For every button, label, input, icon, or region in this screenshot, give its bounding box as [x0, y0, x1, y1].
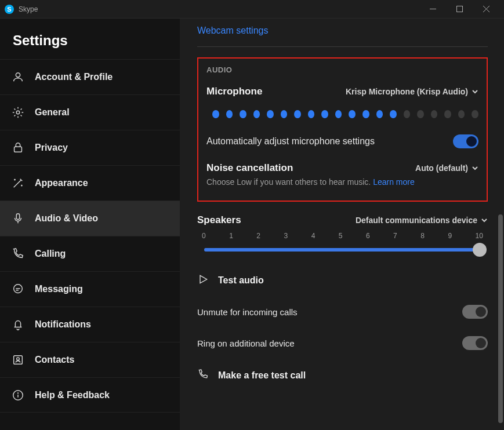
tick-label: 1 [229, 232, 233, 240]
speakers-label: Speakers [197, 214, 241, 226]
tick-label: 8 [420, 232, 425, 240]
level-dot [431, 110, 438, 118]
level-dot [404, 110, 411, 118]
microphone-icon [12, 212, 24, 225]
sidebar-item-label: Help & Feedback [35, 390, 110, 400]
lock-icon [12, 141, 24, 154]
webcam-settings-link[interactable]: Webcam settings [197, 25, 268, 35]
window-title: Skype [19, 5, 419, 13]
tick-label: 7 [393, 232, 397, 240]
level-dot [362, 110, 369, 118]
ring-row: Ring on additional device [197, 336, 488, 350]
auto-adjust-label: Automatically adjust microphone settings [206, 136, 375, 147]
chevron-down-icon [472, 165, 478, 172]
sidebar-item-label: Messaging [35, 284, 83, 294]
speakers-device-value: Default communications device [356, 216, 477, 225]
speakers-device-selector[interactable]: Default communications device [356, 216, 488, 225]
skype-logo-icon: S [5, 5, 14, 14]
audio-section-label: AUDIO [206, 65, 478, 74]
auto-adjust-toggle[interactable] [453, 134, 478, 148]
wand-icon [12, 177, 24, 190]
chevron-down-icon [472, 88, 478, 95]
unmute-label: Unmute for incoming calls [197, 307, 298, 317]
microphone-device-selector[interactable]: Krisp Microphone (Krisp Audio) [346, 87, 478, 96]
divider [197, 46, 488, 47]
test-audio-button[interactable]: Test audio [197, 274, 488, 287]
speakers-row: Speakers Default communications device [197, 214, 488, 226]
svg-rect-1 [456, 6, 462, 12]
test-call-button[interactable]: Make a free test call [197, 369, 488, 382]
level-dot [281, 110, 288, 118]
unmute-toggle[interactable] [462, 305, 488, 319]
sidebar-item-audio-video[interactable]: Audio & Video [0, 201, 180, 236]
maximize-button[interactable] [446, 0, 473, 19]
minimize-button[interactable] [419, 0, 446, 19]
bell-icon [12, 318, 24, 331]
auto-adjust-row: Automatically adjust microphone settings [206, 134, 478, 148]
close-button[interactable] [473, 0, 499, 19]
level-dot [240, 110, 246, 118]
level-dot [226, 110, 233, 118]
tick-label: 3 [284, 232, 288, 240]
sidebar-item-general[interactable]: General [0, 94, 180, 130]
sidebar-item-notifications[interactable]: Notifications [0, 307, 180, 342]
level-dot [308, 110, 315, 118]
level-dot [253, 110, 260, 118]
svg-marker-14 [200, 275, 207, 283]
noise-cancellation-row: Noise cancellation Auto (default) [206, 162, 478, 174]
tick-label: 5 [339, 232, 343, 240]
microphone-label: Microphone [206, 86, 262, 97]
sidebar-item-label: Account & Profile [35, 72, 113, 82]
sidebar-item-privacy[interactable]: Privacy [0, 130, 180, 165]
chevron-down-icon [481, 217, 488, 224]
svg-point-4 [16, 73, 20, 77]
level-dot [444, 110, 451, 118]
sidebar-item-label: Appearance [35, 178, 88, 188]
sidebar-item-account[interactable]: Account & Profile [0, 59, 180, 94]
level-dot [212, 110, 219, 118]
svg-rect-6 [14, 147, 22, 152]
scrollbar[interactable] [498, 214, 503, 423]
audio-highlight-box: AUDIO Microphone Krisp Microphone (Krisp… [197, 57, 488, 202]
level-dot [335, 110, 342, 118]
ring-toggle[interactable] [462, 336, 488, 350]
level-dot [458, 110, 465, 118]
chat-icon [12, 283, 24, 296]
tick-label: 2 [256, 232, 260, 240]
noise-cancellation-selector[interactable]: Auto (default) [415, 163, 478, 173]
level-dot [390, 110, 397, 118]
noise-cancellation-label: Noise cancellation [206, 162, 293, 174]
level-dot [376, 110, 383, 118]
tick-label: 9 [448, 232, 452, 240]
sidebar-item-label: Calling [35, 249, 66, 259]
phone-icon [12, 247, 24, 260]
sidebar-item-label: Privacy [35, 143, 68, 153]
play-icon [197, 274, 209, 287]
level-dot [349, 110, 356, 118]
slider-ticks: 012345678910 [197, 232, 488, 240]
slider-thumb[interactable] [473, 243, 487, 257]
sidebar-item-help[interactable]: Help & Feedback [0, 377, 180, 413]
level-dot [472, 110, 478, 118]
tick-label: 10 [476, 232, 483, 240]
svg-point-5 [16, 111, 20, 114]
learn-more-link[interactable]: Learn more [373, 177, 415, 187]
noise-cancellation-hint: Choose Low if you want others to hear mu… [206, 177, 478, 187]
speaker-volume-slider[interactable] [197, 242, 488, 257]
sidebar-item-messaging[interactable]: Messaging [0, 271, 180, 307]
speaker-volume-control: 012345678910 [197, 232, 488, 257]
sidebar-item-label: Contacts [35, 355, 74, 365]
unmute-row: Unmute for incoming calls [197, 305, 488, 319]
tick-label: 6 [366, 232, 370, 240]
microphone-device-value: Krisp Microphone (Krisp Audio) [346, 87, 468, 96]
tick-label: 0 [202, 232, 206, 240]
sidebar-item-calling[interactable]: Calling [0, 236, 180, 271]
sidebar: Settings Account & Profile General Priva… [0, 19, 180, 430]
page-title: Settings [0, 19, 180, 59]
level-dot [417, 110, 424, 118]
sidebar-item-appearance[interactable]: Appearance [0, 165, 180, 201]
sidebar-item-contacts[interactable]: Contacts [0, 342, 180, 377]
microphone-row: Microphone Krisp Microphone (Krisp Audio… [206, 86, 478, 97]
contacts-icon [12, 354, 24, 366]
svg-rect-7 [16, 214, 20, 220]
